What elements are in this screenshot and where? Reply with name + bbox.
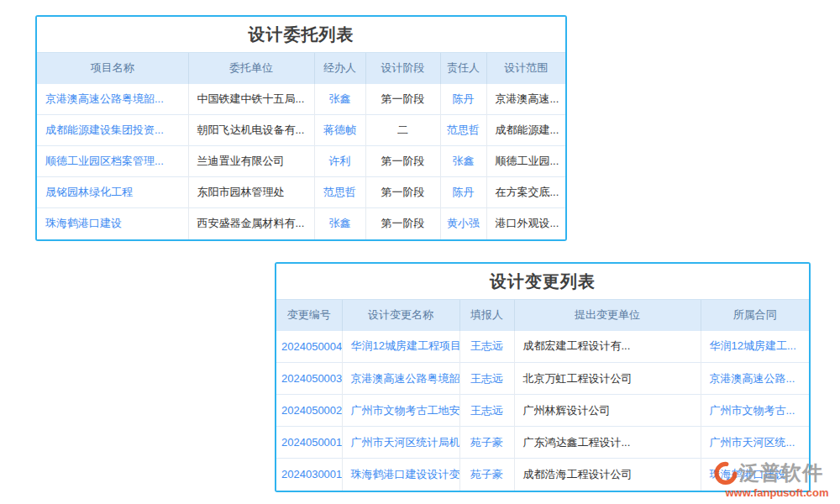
table-row: 2024050001 广州市天河区统计局机... 苑子豪 广东鸿达鑫工程设计..…: [276, 427, 809, 459]
change-name-link[interactable]: 广州市天河区统计局机...: [342, 427, 459, 459]
contract-link[interactable]: 珠海鹤港口建设: [701, 459, 809, 491]
stage-cell: 第一阶段: [365, 146, 440, 177]
design-commission-table: 项目名称 委托单位 经办人 设计阶段 责任人 设计范围 京港澳高速公路粤境韶..…: [37, 52, 565, 239]
change-name-link[interactable]: 广州市文物考古工地安...: [342, 395, 459, 427]
entrust-unit-cell: 兰迪置业有限公司: [188, 146, 314, 177]
column-header-change-unit: 提出变更单位: [514, 300, 701, 331]
scope-cell: 顺德工业园...: [486, 146, 565, 177]
project-name-link[interactable]: 珠海鹤港口建设: [37, 208, 188, 239]
change-unit-cell: 广州林辉设计公司: [514, 395, 701, 427]
stage-cell: 第一阶段: [365, 84, 440, 115]
table-row: 2024030001 珠海鹤港口建设设计变更 苑子豪 成都浩海工程设计公司 珠海…: [276, 459, 809, 491]
change-unit-cell: 成都宏建工程设计有...: [514, 331, 701, 363]
table-row: 2024050004 华润12城房建工程项目... 王志远 成都宏建工程设计有.…: [276, 331, 809, 363]
handler-link[interactable]: 范思哲: [314, 177, 365, 208]
change-unit-cell: 广东鸿达鑫工程设计...: [514, 427, 701, 459]
column-header-project: 项目名称: [37, 53, 188, 84]
table-row: 顺德工业园区档案管理... 兰迪置业有限公司 许利 第一阶段 张鑫 顺德工业园.…: [37, 146, 565, 177]
owner-link[interactable]: 陈丹: [440, 177, 486, 208]
change-no-link[interactable]: 2024050003: [276, 363, 342, 395]
table-row: 晟铭园林绿化工程 东阳市园林管理处 范思哲 第一阶段 陈丹 在方案交底...: [37, 177, 565, 208]
table-row: 京港澳高速公路粤境韶... 中国铁建中铁十五局... 张鑫 第一阶段 陈丹 京港…: [37, 84, 565, 115]
project-name-link[interactable]: 顺德工业园区档案管理...: [37, 146, 188, 177]
handler-link[interactable]: 张鑫: [314, 208, 365, 239]
contract-link[interactable]: 广州市文物考古...: [701, 395, 809, 427]
scope-cell: 在方案交底...: [486, 177, 565, 208]
table-row: 珠海鹤港口建设 西安盛器金属材料有... 张鑫 第一阶段 黄小强 港口外观设..…: [37, 208, 565, 239]
scope-cell: 港口外观设...: [486, 208, 565, 239]
column-header-change-name: 设计变更名称: [342, 300, 459, 331]
owner-link[interactable]: 范思哲: [440, 115, 486, 146]
change-no-link[interactable]: 2024030001: [276, 459, 342, 491]
owner-link[interactable]: 黄小强: [440, 208, 486, 239]
change-unit-cell: 成都浩海工程设计公司: [514, 459, 701, 491]
owner-link[interactable]: 张鑫: [440, 146, 486, 177]
column-header-owner: 责任人: [440, 53, 486, 84]
table-row: 2024050002 广州市文物考古工地安... 王志远 广州林辉设计公司 广州…: [276, 395, 809, 427]
change-name-link[interactable]: 京港澳高速公路粤境韶...: [342, 363, 459, 395]
owner-link[interactable]: 陈丹: [440, 84, 486, 115]
contract-link[interactable]: 广州市天河区统...: [701, 427, 809, 459]
scope-cell: 成都能源建...: [486, 115, 565, 146]
reporter-link[interactable]: 王志远: [459, 395, 514, 427]
column-header-contract: 所属合同: [701, 300, 809, 331]
handler-link[interactable]: 许利: [314, 146, 365, 177]
reporter-link[interactable]: 苑子豪: [459, 427, 514, 459]
header-row: 项目名称 委托单位 经办人 设计阶段 责任人 设计范围: [37, 53, 565, 84]
handler-link[interactable]: 张鑫: [314, 84, 365, 115]
table-row: 成都能源建设集团投资... 朝阳飞达机电设备有... 蒋德帧 二 范思哲 成都能…: [37, 115, 565, 146]
stage-cell: 第一阶段: [365, 208, 440, 239]
design-change-table: 变更编号 设计变更名称 填报人 提出变更单位 所属合同 2024050004 华…: [276, 299, 809, 491]
change-unit-cell: 北京万虹工程设计公司: [514, 363, 701, 395]
design-change-title: 设计变更列表: [276, 264, 809, 299]
handler-link[interactable]: 蒋德帧: [314, 115, 365, 146]
project-name-link[interactable]: 成都能源建设集团投资...: [37, 115, 188, 146]
project-name-link[interactable]: 晟铭园林绿化工程: [37, 177, 188, 208]
entrust-unit-cell: 东阳市园林管理处: [188, 177, 314, 208]
contract-link[interactable]: 华润12城房建工...: [701, 331, 809, 363]
column-header-handler: 经办人: [314, 53, 365, 84]
reporter-link[interactable]: 苑子豪: [459, 459, 514, 491]
change-no-link[interactable]: 2024050002: [276, 395, 342, 427]
entrust-unit-cell: 中国铁建中铁十五局...: [188, 84, 314, 115]
table-row: 2024050003 京港澳高速公路粤境韶... 王志远 北京万虹工程设计公司 …: [276, 363, 809, 395]
column-header-change-no: 变更编号: [276, 300, 342, 331]
contract-link[interactable]: 京港澳高速公路...: [701, 363, 809, 395]
stage-cell: 二: [365, 115, 440, 146]
scope-cell: 京港澳高速...: [486, 84, 565, 115]
design-commission-card: 设计委托列表 项目名称 委托单位 经办人 设计阶段 责任人 设计范围 京港澳高速…: [35, 15, 567, 241]
reporter-link[interactable]: 王志远: [459, 331, 514, 363]
page: 设计委托列表 项目名称 委托单位 经办人 设计阶段 责任人 设计范围 京港澳高速…: [0, 0, 840, 504]
column-header-entrust-unit: 委托单位: [188, 53, 314, 84]
change-name-link[interactable]: 华润12城房建工程项目...: [342, 331, 459, 363]
column-header-scope: 设计范围: [486, 53, 565, 84]
design-commission-title: 设计委托列表: [37, 17, 565, 52]
reporter-link[interactable]: 王志远: [459, 363, 514, 395]
change-no-link[interactable]: 2024050001: [276, 427, 342, 459]
stage-cell: 第一阶段: [365, 177, 440, 208]
change-name-link[interactable]: 珠海鹤港口建设设计变更: [342, 459, 459, 491]
column-header-reporter: 填报人: [459, 300, 514, 331]
entrust-unit-cell: 朝阳飞达机电设备有...: [188, 115, 314, 146]
project-name-link[interactable]: 京港澳高速公路粤境韶...: [37, 84, 188, 115]
design-change-card: 设计变更列表 变更编号 设计变更名称 填报人 提出变更单位 所属合同 20240…: [275, 262, 811, 492]
entrust-unit-cell: 西安盛器金属材料有...: [188, 208, 314, 239]
change-no-link[interactable]: 2024050004: [276, 331, 342, 363]
column-header-stage: 设计阶段: [365, 53, 440, 84]
header-row: 变更编号 设计变更名称 填报人 提出变更单位 所属合同: [276, 300, 809, 331]
